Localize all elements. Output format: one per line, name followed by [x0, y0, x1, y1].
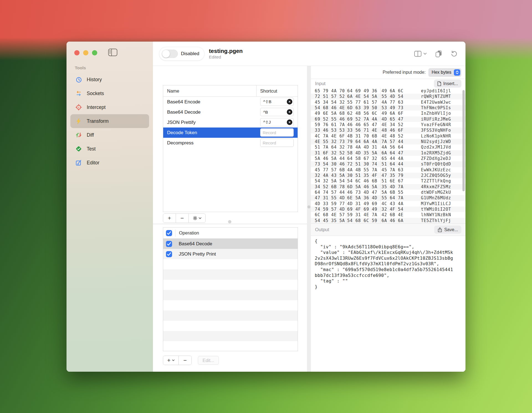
shortcut-field[interactable]: ^⇧B ×	[260, 98, 294, 106]
hex-row: 34 52 6B 786D 5A 46 5A35 4D 7A4RkxmZFZ5M…	[311, 184, 466, 190]
hex-row: 32 4A 43 5A30 51 35 4F47 35 792JCZ0Q5OG5…	[311, 173, 466, 178]
hex-row: 45 34 54 3255 77 61 574A 77 63E4T2UwaWJw…	[311, 100, 466, 105]
add-operation-button[interactable]: +	[163, 356, 179, 365]
hex-ascii: YvazFFeGN4R	[421, 122, 451, 127]
insert-button[interactable]: Insert...	[434, 80, 461, 88]
hex-column-divider	[346, 88, 346, 223]
sidebar-item-history[interactable]: History	[70, 73, 149, 86]
transforms-table[interactable]: Name Shortcut Base64 Encode ^⇧B × Base64…	[163, 85, 298, 212]
pane-splitter-vertical[interactable]	[307, 66, 311, 372]
remove-operation-button[interactable]: −	[179, 356, 191, 365]
column-name[interactable]: Name	[163, 85, 257, 96]
sidebar-item-diff[interactable]: Diff	[70, 128, 149, 142]
record-shortcut-input[interactable]	[260, 139, 294, 147]
output-view[interactable]: { "iv" : "9kAdc56T118Oe0ibpq8E6g==", "va…	[311, 236, 466, 372]
hex-row: 31 6F 32 5258 4D 35 5A6A 64 471o2RXM5Zjd…	[311, 150, 466, 156]
checkbox-checked-icon[interactable]	[166, 241, 172, 247]
intercept-icon	[75, 104, 82, 111]
hex-ascii: NU2sydjJzWD	[421, 139, 451, 144]
clear-shortcut-icon[interactable]: ×	[287, 119, 292, 125]
hex-ascii: EwWkJKUzEzc	[421, 167, 451, 172]
sidebar: Tools History Sockets Intercept Transfor…	[66, 42, 153, 372]
shortcut-field[interactable]: ^⇧J ×	[260, 118, 294, 126]
hex-bytes: 49 6E 5A 68	[315, 111, 346, 116]
hex-row: 51 7A 64 3278 4A 4D 314A 56 64Qzd2xJM1JV…	[311, 144, 466, 150]
save-button[interactable]: Save...	[434, 226, 461, 234]
splitter-handle[interactable]	[308, 205, 311, 208]
close-button[interactable]	[74, 50, 80, 55]
hex-bytes: 34 52 6B 78	[315, 184, 346, 189]
hex-row: 72 51 57 526A 4E 54 5A55 4D 54rQWRjNTZUM…	[311, 94, 466, 99]
hex-row: 65 79 4A 7064 69 49 3649 6A 6CeyJpdiI6Ij…	[311, 88, 466, 94]
hex-bytes: 4D 33 59 77	[315, 201, 346, 206]
chevron-down-icon	[172, 360, 175, 361]
operations-header: Operation	[163, 228, 298, 239]
clear-shortcut-icon[interactable]: ×	[287, 109, 292, 115]
sidebar-item-transform[interactable]: Transform	[70, 114, 149, 128]
input-hex-editor[interactable]: 65 79 4A 7064 69 49 3649 6A 6CeyJpdiI6Ij…	[311, 88, 466, 223]
minimize-button[interactable]	[83, 50, 88, 55]
hex-bytes: 65 79 4A 70	[315, 88, 346, 93]
remove-transform-button[interactable]: −	[176, 214, 189, 223]
sidebar-items: History Sockets Intercept Transform Diff…	[70, 73, 149, 170]
hex-ascii: 2JCZ0Q5OG5y	[421, 173, 451, 178]
operation-row[interactable]: JSON Pretty Print	[163, 249, 298, 259]
hex-bytes: 7A 57 44	[382, 139, 409, 144]
diff-icon	[75, 131, 82, 139]
transform-row[interactable]: Base64 Decode ^B ×	[163, 107, 298, 117]
hex-ascii: InZhbHVlIjo	[421, 111, 451, 116]
hex-bytes: 6D 63 39 50	[347, 105, 380, 110]
add-transform-button[interactable]: +	[163, 214, 176, 223]
record-shortcut-input[interactable]	[260, 128, 294, 137]
toggle-sidebar-button[interactable]	[108, 48, 117, 58]
transform-row[interactable]: Base64 Encode ^⇧B ×	[163, 97, 298, 107]
sidebar-item-intercept[interactable]: Intercept	[70, 100, 149, 114]
hex-bytes: 64 74 57 44	[315, 190, 346, 195]
operations-table[interactable]: Operation Base64 Decode JSON Pretty Prin…	[163, 227, 298, 351]
transform-row[interactable]: Decompress	[163, 138, 298, 148]
transform-actions-button[interactable]	[189, 214, 205, 223]
checkbox-checked-icon[interactable]	[166, 230, 172, 236]
sidebar-item-sockets[interactable]: Sockets	[70, 86, 149, 100]
hex-bytes: 33 56 71 4E	[347, 128, 380, 133]
transform-row[interactable]: JSON Prettify ^⇧J ×	[163, 117, 298, 128]
hex-ascii: tYWMiOiI2OT	[421, 207, 451, 212]
transform-list-buttons: + −	[163, 213, 206, 223]
transform-editor-pane: Name Shortcut Base64 Encode ^⇧B × Base64…	[153, 66, 307, 372]
output-header: Output Save...	[311, 223, 466, 236]
hex-row: 6C 68 4E 5759 31 4E 7A42 6B 4ElhNWY1NzBk…	[311, 212, 466, 218]
clear-shortcut-icon[interactable]: ×	[287, 99, 292, 104]
edit-operation-button[interactable]: Edit...	[198, 356, 219, 365]
column-shortcut[interactable]: Shortcut	[257, 85, 277, 96]
hex-bytes: 45 77 57 6B	[315, 167, 346, 172]
hex-ascii: 4RkxmZFZ5Mz	[421, 184, 451, 189]
hex-column-divider	[380, 88, 381, 223]
pane-splitter-horizontal[interactable]	[153, 224, 307, 224]
sidebar-item-editor[interactable]: Editor	[70, 156, 149, 170]
reset-button[interactable]	[451, 50, 458, 57]
document-title: testing.pgen	[209, 48, 243, 54]
operation-row-selected[interactable]: Base64 Decode	[163, 239, 298, 249]
splitter-handle[interactable]	[228, 220, 231, 223]
hex-bytes: 54 68 6C 59	[347, 218, 380, 223]
disabled-switch[interactable]	[162, 50, 178, 58]
transform-row-selected[interactable]: Decode Token	[163, 128, 298, 138]
switch-knob	[162, 50, 170, 58]
hex-bytes: 46 46 65 47	[347, 122, 380, 127]
copy-button[interactable]	[435, 50, 442, 57]
sidebar-item-test[interactable]: Test	[70, 142, 149, 156]
input-mode-select[interactable]: Hex bytes	[428, 68, 461, 77]
hex-bytes: 6C 68 4E 57	[315, 212, 346, 217]
hex-bytes: 33 46 53 53	[315, 128, 346, 133]
hex-bytes: 51 6E 67	[382, 179, 409, 183]
input-scrollbar-thumb[interactable]	[462, 90, 465, 191]
hex-bytes: 5A 46 5A 44	[315, 156, 346, 161]
output-title: Output	[315, 227, 329, 233]
layout-split-button[interactable]	[414, 51, 427, 57]
shortcut-field[interactable]: ^B ×	[260, 108, 294, 116]
title-block: testing.pgen Edited	[209, 48, 243, 60]
hex-ascii: rQWRjNTZUMT	[421, 94, 451, 99]
checkbox-checked-icon[interactable]	[166, 251, 172, 257]
history-icon	[75, 76, 82, 83]
zoom-button[interactable]	[92, 50, 97, 55]
